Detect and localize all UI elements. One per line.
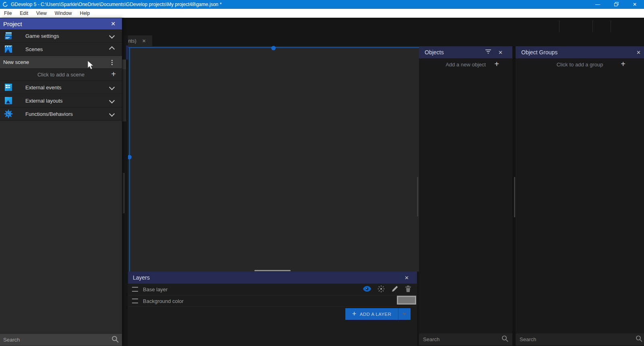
object-groups-panel: Object Groups ✕ Click to add a group +	[516, 46, 644, 346]
menu-view[interactable]: View	[32, 9, 51, 18]
tab-close-icon[interactable]: ✕	[142, 38, 146, 44]
edit-pencil-icon[interactable]	[391, 285, 398, 294]
canvas-vertical-scrollbar[interactable]	[417, 177, 418, 216]
add-layer-button[interactable]: + ADD A LAYER	[345, 308, 411, 320]
toolbar-separator	[611, 20, 611, 32]
restore-icon	[614, 2, 619, 7]
objects-scrollbar-thumb[interactable]	[514, 177, 515, 217]
add-object-row[interactable]: Add a new object +	[419, 58, 512, 71]
groups-search-input[interactable]	[520, 336, 636, 342]
window-title: GDevelop 5 - C:\Users\Sparkle\OneDrive\D…	[11, 2, 222, 7]
object-groups-panel-title: Object Groups	[521, 49, 557, 56]
layer-label: Base layer	[143, 286, 167, 292]
game-settings-icon	[4, 31, 13, 40]
selection-handle-top[interactable]	[271, 46, 276, 50]
toolbar-separator	[559, 20, 559, 32]
minimize-button[interactable]: —	[588, 0, 607, 9]
toolbar-separator	[592, 20, 593, 32]
layer-row-background[interactable]: Background color	[128, 295, 417, 307]
scene-list-item-new-scene[interactable]: New scene ⋮	[0, 56, 122, 69]
project-item-label: External layouts	[25, 98, 63, 104]
chevron-down-icon	[109, 98, 115, 103]
project-item-external-events[interactable]: External events	[0, 81, 122, 94]
scenes-icon	[4, 45, 13, 54]
project-item-external-layouts[interactable]: External layouts	[0, 94, 122, 107]
chevron-down-icon	[109, 111, 115, 117]
add-layer-main[interactable]: + ADD A LAYER	[345, 310, 398, 318]
objects-header-icons: ✕	[485, 49, 512, 56]
visibility-eye-icon[interactable]	[363, 286, 371, 293]
background-color-swatch[interactable]	[397, 296, 416, 305]
layer-row-base[interactable]: Base layer	[128, 284, 417, 295]
gdevelop-window: GDevelop 5 - C:\Users\Sparkle\OneDrive\D…	[0, 0, 644, 346]
plus-icon: +	[621, 60, 625, 68]
project-close-icon[interactable]: ✕	[111, 21, 116, 27]
plus-icon: +	[494, 60, 499, 68]
layers-panel-title: Layers	[133, 274, 150, 281]
layers-panel-header: Layers ✕	[128, 272, 417, 284]
project-item-functions-behaviors[interactable]: Functions/Behaviors	[0, 107, 122, 121]
close-window-button[interactable]: ✕	[625, 0, 644, 9]
functions-behaviors-gear-icon	[4, 109, 13, 118]
objects-search-input[interactable]	[423, 336, 502, 342]
project-item-label: Scenes	[25, 46, 43, 52]
layers-close-icon[interactable]: ✕	[405, 275, 409, 281]
close-icon: ✕	[633, 2, 637, 7]
hidden-panel-sliver	[122, 69, 126, 122]
search-icon	[111, 336, 119, 344]
project-panel-header: Project ✕	[0, 18, 122, 29]
menu-window[interactable]: Window	[51, 9, 76, 18]
project-panel-title: Project	[3, 21, 22, 27]
delete-trash-icon[interactable]	[405, 285, 411, 294]
menu-file[interactable]: File	[0, 9, 16, 18]
gdevelop-logo-icon	[2, 2, 8, 7]
object-groups-panel-header: Object Groups ✕	[516, 46, 644, 58]
objects-panel-header: Objects ✕	[419, 46, 512, 58]
objects-close-icon[interactable]: ✕	[498, 49, 503, 56]
kebab-menu-icon[interactable]: ⋮	[109, 59, 115, 66]
external-events-icon	[4, 83, 13, 92]
layer-label: Background color	[143, 298, 184, 304]
chevron-up-icon	[109, 46, 115, 52]
project-item-label: Functions/Behaviors	[25, 111, 73, 117]
chevron-down-icon	[109, 33, 115, 39]
menu-edit[interactable]: Edit	[16, 9, 32, 18]
drag-handle-icon[interactable]	[132, 299, 138, 303]
plus-icon: +	[111, 70, 116, 78]
filter-icon[interactable]	[485, 49, 491, 56]
search-icon	[502, 335, 508, 344]
objects-panel: Objects ✕ Add a new object +	[419, 46, 512, 346]
menu-bar: File Edit View Window Help	[0, 9, 644, 18]
restore-button[interactable]	[607, 0, 625, 9]
objects-search-bar	[419, 334, 512, 345]
minimize-icon: —	[595, 2, 600, 7]
add-object-label: Add a new object	[446, 62, 486, 68]
project-item-scenes[interactable]: Scenes	[0, 43, 122, 56]
scene-canvas[interactable]	[128, 46, 419, 272]
chevron-down-icon	[109, 84, 115, 90]
add-scene-row[interactable]: Click to add a scene +	[0, 69, 122, 81]
selection-border-left	[129, 48, 130, 272]
hidden-panel-sliver	[126, 45, 128, 60]
plus-icon: +	[352, 310, 357, 318]
add-scene-label: Click to add a scene	[37, 72, 85, 78]
add-layer-label: ADD A LAYER	[360, 312, 391, 317]
project-item-label: External events	[25, 84, 62, 91]
drag-handle-icon[interactable]	[132, 287, 138, 292]
external-layouts-icon	[4, 96, 13, 105]
add-layer-dropdown[interactable]	[398, 313, 411, 315]
project-item-game-settings[interactable]: Game settings	[0, 29, 122, 43]
window-controls: — ✕	[588, 0, 644, 9]
add-group-row[interactable]: Click to add a group +	[516, 58, 644, 71]
title-bar: GDevelop 5 - C:\Users\Sparkle\OneDrive\D…	[0, 0, 644, 9]
layers-panel: Layers ✕ Base layer	[128, 272, 417, 346]
menu-help[interactable]: Help	[76, 9, 94, 18]
add-group-label: Click to add a group	[557, 62, 603, 68]
layers-panel-resize-handle[interactable]	[254, 270, 291, 271]
search-icon	[636, 335, 642, 344]
project-search-input[interactable]	[3, 337, 111, 343]
effects-icon[interactable]	[378, 285, 385, 294]
sliver-scrollbar-thumb[interactable]	[123, 173, 125, 213]
object-groups-close-icon[interactable]: ✕	[636, 49, 644, 56]
hidden-panel-sliver	[122, 60, 126, 69]
